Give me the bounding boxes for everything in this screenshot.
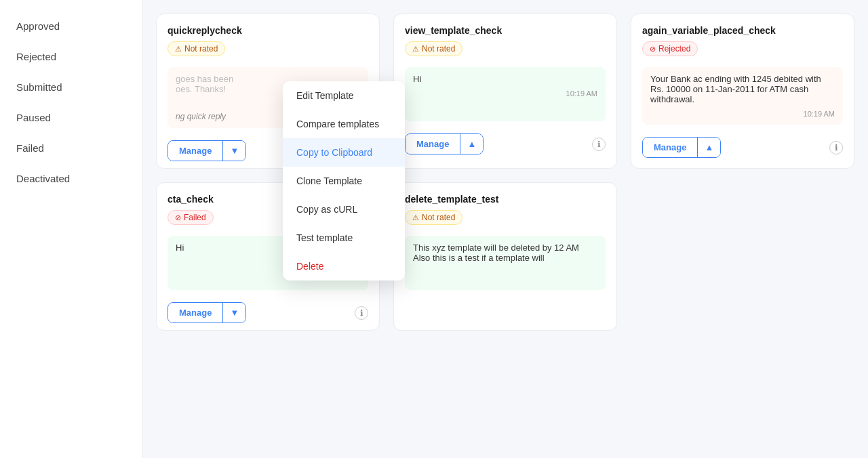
card-title-quickreplycheck: quickreplycheck: [167, 25, 368, 36]
message-time-3: 10:19 AM: [650, 110, 835, 118]
manage-button-1[interactable]: Manage: [168, 141, 222, 161]
warning-icon-3: ⚠: [412, 213, 419, 222]
cards-grid-row2: cta_check ⊘ Failed Hi 10:19 AM Manage ▼ …: [156, 182, 854, 331]
info-icon-2[interactable]: ℹ: [592, 138, 606, 151]
manage-chevron-1[interactable]: ▼: [222, 141, 245, 161]
message-area-delete-template: This xyz template will be deleted by 12 …: [405, 236, 606, 290]
message-area-again-variable: Your Bank ac ending with 1245 debited wi…: [642, 67, 843, 125]
card-title-view-template-check: view_template_check: [405, 25, 606, 36]
manage-btn-group-2: Manage ▲: [405, 133, 484, 154]
dropdown-item-clone-template[interactable]: Clone Template: [283, 167, 405, 195]
manage-btn-group-1: Manage ▼: [167, 140, 246, 161]
message-text-5: This xyz template will be deleted by 12 …: [413, 243, 597, 263]
badge-not-rated-1: ⚠ Not rated: [167, 41, 225, 56]
cards-grid-row1: quickreplycheck ⚠ Not rated goes has bee…: [156, 14, 854, 169]
info-icon-4[interactable]: ℹ: [355, 306, 368, 320]
card-footer-4: Manage ▼ ℹ: [157, 295, 379, 330]
manage-chevron-2[interactable]: ▲: [460, 134, 483, 154]
card-header-again-variable: again_variable_placed_check ⊘ Rejected: [631, 14, 854, 62]
warning-icon-2: ⚠: [412, 45, 419, 54]
badge-failed-1: ⊘ Failed: [167, 210, 214, 225]
card-footer-2: Manage ▲ ℹ: [394, 127, 616, 161]
sidebar-item-submitted[interactable]: Submitted: [0, 72, 142, 102]
message-time-2: 10:19 AM: [413, 89, 597, 98]
dropdown-item-edit-template[interactable]: Edit Template: [283, 81, 405, 110]
manage-button-3[interactable]: Manage: [643, 138, 697, 157]
card-title-delete-template-test: delete_template_test: [405, 194, 606, 205]
manage-chevron-4[interactable]: ▼: [222, 303, 245, 322]
message-text-3: Your Bank ac ending with 1245 debited wi…: [650, 74, 835, 104]
main-content: Edit Template Compare templates Copy to …: [142, 0, 868, 458]
info-icon-3[interactable]: ℹ: [829, 141, 843, 154]
sidebar-item-failed[interactable]: Failed: [0, 133, 142, 163]
manage-button-2[interactable]: Manage: [406, 134, 460, 154]
message-text-2: Hi: [413, 74, 597, 84]
dropdown-item-delete[interactable]: Delete: [283, 252, 405, 280]
dropdown-item-test-template[interactable]: Test template: [283, 224, 405, 252]
context-dropdown-menu: Edit Template Compare templates Copy to …: [283, 81, 405, 280]
sidebar: Approved Rejected Submitted Paused Faile…: [0, 0, 142, 458]
failed-icon-1: ⊘: [175, 213, 181, 222]
message-area-view-template: Hi 10:19 AM: [405, 67, 606, 121]
sidebar-item-approved[interactable]: Approved: [0, 11, 142, 41]
card-footer-3: Manage ▲ ℹ: [631, 130, 854, 165]
dropdown-item-compare-templates[interactable]: Compare templates: [283, 110, 405, 138]
sidebar-item-rejected[interactable]: Rejected: [0, 41, 142, 72]
badge-rejected-1: ⊘ Rejected: [642, 41, 698, 56]
rejected-icon-1: ⊘: [650, 45, 656, 54]
badge-not-rated-2: ⚠ Not rated: [405, 41, 462, 56]
manage-button-4[interactable]: Manage: [168, 303, 222, 322]
manage-chevron-3[interactable]: ▲: [697, 138, 720, 157]
dropdown-item-copy-as-curl[interactable]: Copy as cURL: [283, 195, 405, 224]
manage-btn-group-4: Manage ▼: [167, 302, 246, 323]
card-header-quickreplycheck: quickreplycheck ⚠ Not rated: [157, 14, 379, 62]
sidebar-item-paused[interactable]: Paused: [0, 102, 142, 133]
dropdown-item-copy-to-clipboard[interactable]: Copy to Clipboard: [283, 138, 405, 167]
manage-btn-group-3: Manage ▲: [642, 137, 721, 158]
warning-icon-1: ⚠: [175, 45, 182, 54]
sidebar-item-deactivated[interactable]: Deactivated: [0, 163, 142, 194]
card-view-template-check: view_template_check ⚠ Not rated Hi 10:19…: [393, 14, 617, 169]
card-header-view-template-check: view_template_check ⚠ Not rated: [394, 14, 616, 62]
card-again-variable-placed-check: again_variable_placed_check ⊘ Rejected Y…: [631, 14, 854, 169]
card-title-again-variable: again_variable_placed_check: [642, 25, 843, 36]
card-delete-template-test: delete_template_test ⚠ Not rated This xy…: [393, 182, 617, 331]
badge-not-rated-3: ⚠ Not rated: [405, 210, 462, 225]
card-header-delete-template-test: delete_template_test ⚠ Not rated: [394, 183, 616, 230]
